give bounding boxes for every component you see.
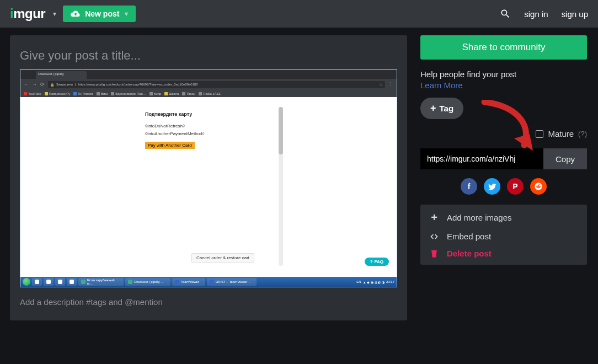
trash-icon [429, 249, 439, 258]
copy-button[interactable]: Copy [543, 148, 587, 169]
reload-icon: ⟳ [40, 82, 45, 87]
url-prefix: Защищено [56, 83, 73, 86]
system-tray: EN ▲ ◆ ◉ ◍ ◐ ◑ 23:17 [356, 280, 394, 284]
search-icon[interactable] [500, 8, 511, 19]
plus-icon: + [430, 103, 436, 114]
share-to-community-button[interactable]: Share to community [420, 35, 587, 60]
embed-icon [429, 233, 439, 240]
mature-row: Mature (?) [420, 129, 587, 138]
star-icon: ☆ [379, 82, 383, 87]
uploaded-image[interactable]: Checkout | pipdig ← → ⟳ 🔒 Защищено | htt… [20, 69, 397, 287]
task-item: Checkout | pipdig … [125, 278, 170, 286]
forward-icon: → [32, 82, 37, 87]
topbar-left: imgur ▾ New post ▾ [10, 6, 136, 22]
task-item: Если зарубежный м… [78, 278, 124, 286]
top-bar: imgur ▾ New post ▾ sign in sign up [0, 0, 598, 28]
mature-label: Mature [548, 129, 574, 138]
task-item: TeamViewer [172, 278, 205, 286]
bookmarks-bar: YouTube Поварёнок.Ру RuTracker Виш Вдохн… [20, 90, 397, 97]
task-item: URIST – TeamViewer… [207, 278, 257, 286]
start-orb-icon [23, 278, 30, 286]
url-bar: 🔒 Защищено | https://www.pipdig.co/check… [48, 81, 385, 88]
plus-icon: + [429, 211, 439, 224]
info-line: ◊InfoAnotherPaymentMethod◊ [145, 131, 205, 136]
lang-indicator: EN [356, 280, 361, 283]
reddit-icon[interactable] [530, 178, 547, 195]
lock-icon: 🔒 [50, 83, 54, 87]
browser-chrome: Checkout | pipdig ← → ⟳ 🔒 Защищено | htt… [20, 70, 397, 90]
clock: 23:17 [386, 280, 394, 283]
url-text: https://www.pipdig.co/checkout/order-pay… [78, 83, 198, 86]
logo[interactable]: imgur [10, 6, 45, 22]
share-url-row: Copy [420, 148, 587, 169]
help-title: Help people find your post [420, 69, 587, 79]
windows-taskbar: Если зарубежный м… Checkout | pipdig … T… [20, 277, 397, 287]
share-url-input[interactable] [420, 148, 543, 169]
action-label: Embed post [447, 232, 491, 241]
new-post-button[interactable]: New post ▾ [63, 6, 136, 22]
mature-help-icon[interactable]: (?) [578, 130, 587, 138]
learn-more-link[interactable]: Learn More [420, 81, 587, 90]
pay-another-card-button: Pay with Another Card [145, 142, 195, 149]
post-actions-panel: + Add more images Embed post Delete post [420, 205, 587, 265]
post-title-input[interactable] [20, 45, 397, 69]
add-tag-button[interactable]: + Tag [420, 98, 463, 119]
add-more-images-action[interactable]: + Add more images [429, 211, 578, 224]
pinterest-icon[interactable]: P [507, 178, 524, 195]
mature-checkbox[interactable] [536, 130, 543, 138]
page-body: Подтвердите карту ◊InfoDoNotRefresh◊ ◊In… [20, 97, 397, 277]
chevron-down-icon[interactable]: ▾ [53, 10, 56, 18]
cloud-upload-icon [71, 10, 81, 17]
menu-icon: ⋮ [388, 82, 393, 87]
action-label: Delete post [447, 249, 492, 258]
info-line: ◊InfoDoNotRefresh◊ [145, 124, 205, 129]
browser-tab: Checkout | pipdig [36, 71, 87, 79]
help-block: Help people find your post Learn More + … [420, 69, 587, 138]
social-icons: f P [420, 169, 587, 195]
chevron-down-icon: ▾ [125, 10, 128, 18]
action-label: Add more images [447, 213, 512, 222]
main-area: Checkout | pipdig ← → ⟳ 🔒 Защищено | htt… [0, 28, 598, 328]
twitter-icon[interactable] [484, 178, 500, 195]
delete-post-action[interactable]: Delete post [429, 249, 578, 258]
sign-in-link[interactable]: sign in [524, 9, 548, 19]
facebook-icon[interactable]: f [461, 178, 477, 195]
post-description-input[interactable] [20, 297, 397, 307]
topbar-right: sign in sign up [500, 8, 588, 19]
post-editor: Checkout | pipdig ← → ⟳ 🔒 Защищено | htt… [10, 35, 407, 320]
scrollbar [279, 107, 283, 266]
confirm-card-title: Подтвердите карту [145, 111, 205, 117]
tag-label: Tag [440, 104, 454, 113]
sidebar: Share to community Help people find your… [420, 35, 587, 265]
sign-up-link[interactable]: sign up [562, 9, 588, 19]
faq-button: ?FAQ [365, 258, 389, 266]
embed-post-action[interactable]: Embed post [429, 232, 578, 241]
back-icon: ← [24, 82, 29, 87]
new-post-label: New post [85, 9, 119, 18]
cancel-order-button: Cancel order & restore cart [191, 253, 254, 263]
